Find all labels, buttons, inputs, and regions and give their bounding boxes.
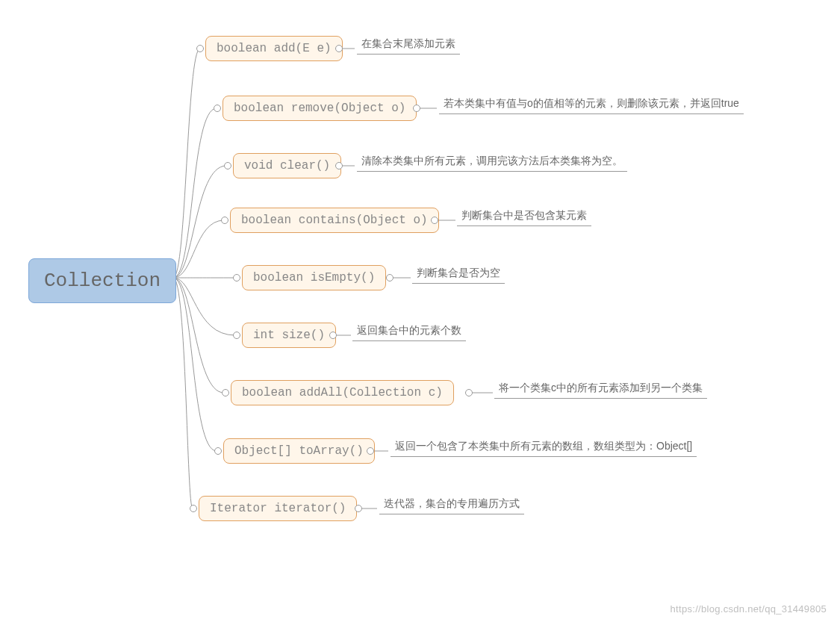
connectors-svg xyxy=(0,0,840,619)
desc-remove: 若本类集中有值与o的值相等的元素，则删除该元素，并返回true xyxy=(439,97,744,114)
method-sig: boolean remove(Object o) xyxy=(234,102,405,115)
method-size: int size() xyxy=(242,323,336,348)
stub xyxy=(214,447,222,455)
method-sig: int size() xyxy=(253,329,325,342)
method-sig: boolean addAll(Collection c) xyxy=(242,386,443,399)
stub xyxy=(335,45,343,52)
stub xyxy=(233,274,240,281)
method-iterator: Iterator iterator() xyxy=(199,496,357,521)
method-toarray: Object[] toArray() xyxy=(223,438,375,464)
desc-clear: 清除本类集中所有元素，调用完该方法后本类集将为空。 xyxy=(357,155,627,172)
method-addall: boolean addAll(Collection c) xyxy=(231,380,454,405)
stub xyxy=(431,217,438,224)
desc-iterator: 迭代器，集合的专用遍历方式 xyxy=(379,497,524,514)
method-sig: void clear() xyxy=(244,159,330,172)
desc-toarray: 返回一个包含了本类集中所有元素的数组，数组类型为：Object[] xyxy=(391,440,697,457)
stub xyxy=(221,217,228,224)
method-sig: Iterator iterator() xyxy=(210,502,346,515)
stub xyxy=(196,45,204,52)
stub xyxy=(214,105,221,112)
stub xyxy=(367,447,374,455)
stub xyxy=(222,389,229,396)
desc-add: 在集合末尾添加元素 xyxy=(357,37,460,55)
method-isempty: boolean isEmpty() xyxy=(242,265,386,290)
method-remove: boolean remove(Object o) xyxy=(223,96,417,121)
stub xyxy=(329,332,337,339)
stub xyxy=(413,105,420,112)
root-label: Collection xyxy=(44,270,161,292)
method-sig: Object[] toArray() xyxy=(234,444,364,458)
method-add: boolean add(E e) xyxy=(205,36,343,61)
stub xyxy=(224,162,231,169)
desc-contains: 判断集合中是否包含某元素 xyxy=(457,209,591,226)
method-sig: boolean contains(Object o) xyxy=(241,214,428,227)
stub xyxy=(190,505,197,512)
method-sig: boolean add(E e) xyxy=(217,42,332,55)
stub xyxy=(233,332,240,339)
stub xyxy=(335,162,343,169)
method-clear: void clear() xyxy=(233,153,341,178)
stub xyxy=(386,274,393,281)
desc-size: 返回集合中的元素个数 xyxy=(352,324,466,341)
root-collection: Collection xyxy=(28,258,176,303)
stub xyxy=(355,505,362,512)
method-sig: boolean isEmpty() xyxy=(253,271,375,284)
desc-isempty: 判断集合是否为空 xyxy=(412,267,505,284)
method-contains: boolean contains(Object o) xyxy=(230,208,439,233)
watermark: https://blog.csdn.net/qq_31449805 xyxy=(671,603,827,615)
stub xyxy=(465,389,473,396)
desc-addall: 将一个类集c中的所有元素添加到另一个类集 xyxy=(494,382,707,399)
